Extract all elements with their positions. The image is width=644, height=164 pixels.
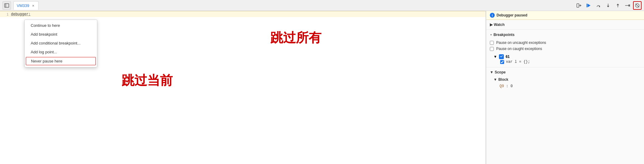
step-to-call-frame-button[interactable]: [575, 1, 583, 10]
svg-marker-10: [617, 4, 619, 5]
tab-close-button[interactable]: ×: [31, 3, 35, 8]
pause-caught-row: Pause on caught exceptions: [490, 46, 640, 52]
sidebar-toggle-button[interactable]: [2, 1, 11, 10]
tab-title: VM339: [17, 3, 29, 8]
debug-toolbar: [575, 1, 642, 10]
annotation-skip-all: 跳过所有: [270, 29, 321, 46]
scope-section-header[interactable]: ▼ Scope: [486, 69, 644, 76]
scope-triangle-down: ▼: [490, 70, 493, 74]
breakpoint-code-checkbox[interactable]: [500, 60, 504, 64]
resume-button[interactable]: [584, 1, 593, 10]
pause-caught-label: Pause on caught exceptions: [496, 47, 542, 51]
pause-uncaught-label: Pause on uncaught exceptions: [496, 41, 546, 45]
svg-marker-8: [607, 6, 609, 7]
block-value: 0: [511, 84, 513, 88]
breakpoint-item-61: ▼ 61 var l = {};: [486, 53, 644, 66]
watch-section-header[interactable]: ▶ Watch: [486, 21, 644, 28]
pause-uncaught-row: Pause on uncaught exceptions: [490, 40, 640, 46]
context-menu-item-log-point[interactable]: Add log point...: [25, 48, 97, 56]
editor-line-1: 1 debugger;: [0, 11, 486, 17]
block-entry-q9: Q9 : 0: [486, 83, 644, 89]
watch-triangle-right: ▶: [490, 23, 493, 27]
context-menu-item-never-pause[interactable]: Never pause here: [26, 57, 96, 65]
deactivate-breakpoints-button[interactable]: [633, 1, 642, 10]
svg-rect-5: [587, 4, 587, 7]
scope-section: ▼ Scope ▼ Block Q9 : 0: [486, 67, 644, 91]
breakpoint-number-row: ▼ 61: [493, 54, 640, 59]
scope-label: Scope: [495, 70, 506, 74]
annotation-skip-current: 跳过当前: [122, 72, 173, 89]
block-separator: :: [506, 84, 511, 88]
tab-vm339[interactable]: VM339 ×: [13, 1, 39, 10]
breakpoints-section: ▼ Breakpoints Pause on uncaught exceptio…: [486, 30, 644, 67]
context-menu: Continue to here Add breakpoint Add cond…: [24, 20, 97, 67]
breakpoints-triangle-down: ▼: [490, 34, 492, 36]
main-layout: 1 debugger; Continue to here Add breakpo…: [0, 11, 644, 164]
step-out-button[interactable]: [614, 1, 622, 10]
step-over-button[interactable]: [594, 1, 603, 10]
block-section-header[interactable]: ▼ Block: [486, 76, 644, 83]
editor-area: 1 debugger; Continue to here Add breakpo…: [0, 11, 486, 164]
svg-marker-4: [587, 4, 590, 7]
line-content: debugger;: [11, 12, 31, 16]
context-menu-item-add-breakpoint[interactable]: Add breakpoint: [25, 30, 97, 39]
right-panel: i Debugger paused ▶ Watch ▼ Breakpoints …: [486, 11, 644, 164]
tab-toolbar-row: VM339 ×: [0, 0, 644, 11]
svg-rect-2: [577, 4, 579, 7]
line-number: 1: [1, 12, 9, 16]
breakpoints-options: Pause on uncaught exceptions Pause on ca…: [486, 38, 644, 53]
pause-uncaught-checkbox[interactable]: [490, 41, 494, 45]
breakpoint-code-row: var l = {};: [493, 59, 640, 65]
watch-section: ▶ Watch: [486, 20, 644, 30]
info-icon: i: [490, 13, 495, 18]
breakpoints-section-header[interactable]: ▼ Breakpoints: [486, 31, 644, 38]
context-menu-item-conditional-breakpoint[interactable]: Add conditional breakpoint...: [25, 39, 97, 48]
breakpoint-code: var l = {};: [506, 60, 530, 64]
breakpoint-icon: [499, 54, 504, 59]
pause-caught-checkbox[interactable]: [490, 47, 494, 51]
debugger-status-bar: i Debugger paused: [486, 11, 644, 20]
breakpoints-label: Breakpoints: [493, 33, 514, 37]
breakpoint-number: 61: [506, 55, 510, 59]
step-button[interactable]: [623, 1, 632, 10]
breakpoint-triangle-down: ▼: [493, 55, 497, 59]
block-triangle-down: ▼: [493, 77, 497, 82]
block-label: Block: [498, 77, 508, 82]
svg-rect-0: [5, 4, 9, 7]
context-menu-item-continue[interactable]: Continue to here: [25, 21, 97, 30]
block-key: Q9: [500, 84, 504, 88]
step-into-button[interactable]: [604, 1, 612, 10]
watch-label: Watch: [494, 23, 505, 27]
debugger-paused-text: Debugger paused: [497, 13, 527, 17]
